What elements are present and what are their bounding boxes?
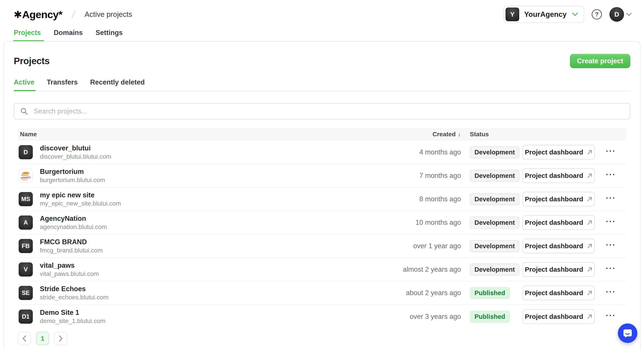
- subtab-transfers[interactable]: Transfers: [47, 78, 78, 91]
- row-actions-menu-button[interactable]: ⋯: [595, 289, 626, 297]
- project-name-cell: V HUGO &FRANC'S BURGERTORIUM vital_paws …: [18, 262, 394, 277]
- app-logo: ✱Agency*: [14, 8, 62, 20]
- svg-text:&FRANC'S: &FRANC'S: [20, 176, 30, 179]
- dashboard-button-label: Project dashboard: [525, 313, 583, 320]
- avatar-initials: D: [24, 149, 28, 156]
- subtab-active[interactable]: Active: [14, 78, 34, 91]
- chevron-down-icon: [572, 13, 578, 16]
- tab-settings[interactable]: Settings: [96, 29, 122, 42]
- external-link-arrow-icon: [587, 173, 592, 178]
- project-name[interactable]: my epic new site: [40, 191, 121, 199]
- project-name[interactable]: FMCG BRAND: [40, 238, 102, 246]
- dashboard-button-label: Project dashboard: [525, 195, 583, 203]
- avatar-initials: A: [24, 219, 28, 226]
- chat-smile-icon: [622, 328, 633, 338]
- sort-desc-icon: ↓: [458, 131, 461, 138]
- row-actions-menu-button[interactable]: ⋯: [595, 172, 626, 179]
- project-dashboard-button[interactable]: Project dashboard: [522, 239, 595, 253]
- project-name[interactable]: vital_paws: [40, 262, 99, 269]
- project-dashboard-button[interactable]: Project dashboard: [522, 192, 595, 206]
- next-page-button[interactable]: [54, 332, 67, 345]
- row-actions-menu-button[interactable]: ⋯: [595, 266, 626, 273]
- project-domain: fmcg_brand.blutui.com: [40, 247, 102, 254]
- agency-switcher[interactable]: Y YourAgency: [504, 6, 584, 23]
- project-dashboard-button[interactable]: Project dashboard: [522, 168, 595, 183]
- svg-text:BURGERTORIUM: BURGERTORIUM: [22, 179, 28, 180]
- external-link-arrow-icon: [587, 196, 592, 202]
- primary-nav: Projects Domains Settings: [0, 23, 644, 42]
- pagination: 1: [18, 332, 630, 345]
- projects-card: Projects Create project Active Transfers…: [4, 41, 640, 350]
- project-name[interactable]: Demo Site 1: [40, 309, 106, 317]
- status-badge: Development: [470, 170, 520, 182]
- project-name-cell: D1 HUGO &FRANC'S BURGERTORIUM Demo Site …: [18, 309, 394, 325]
- status-badge: Published: [470, 311, 510, 323]
- intercom-chat-button[interactable]: [618, 324, 637, 343]
- project-name[interactable]: Burgertorium: [40, 168, 105, 176]
- table-row: FB HUGO &FRANC'S BURGERTORIUM FMCG BRAND…: [18, 234, 626, 258]
- project-dashboard-button[interactable]: Project dashboard: [522, 145, 595, 160]
- created-cell: over 3 years ago: [394, 313, 470, 321]
- column-created[interactable]: Created ↓: [394, 131, 470, 138]
- row-actions-menu-button[interactable]: ⋯: [595, 149, 626, 156]
- user-avatar: D: [610, 7, 624, 22]
- row-actions-menu-button[interactable]: ⋯: [595, 219, 626, 226]
- column-name[interactable]: Name: [18, 131, 394, 138]
- row-actions-menu-button[interactable]: ⋯: [595, 242, 626, 250]
- search-input[interactable]: [14, 103, 630, 120]
- project-domain: burgertorium.blutui.com: [40, 176, 105, 184]
- avatar-initials: D1: [22, 313, 30, 320]
- breadcrumb-separator: /: [71, 8, 76, 20]
- project-dashboard-button[interactable]: Project dashboard: [522, 215, 595, 230]
- column-status[interactable]: Status: [470, 131, 522, 138]
- avatar-initials: MS: [21, 196, 30, 203]
- dashboard-button-label: Project dashboard: [525, 289, 583, 297]
- project-name[interactable]: Stride Echoes: [40, 285, 108, 293]
- table-row: MS HUGO &FRANC'S BURGERTORIUM my epic ne…: [18, 188, 626, 211]
- tab-projects[interactable]: Projects: [14, 29, 41, 42]
- project-dashboard-button[interactable]: Project dashboard: [522, 262, 595, 277]
- help-button[interactable]: ?: [592, 9, 602, 19]
- prev-page-button[interactable]: [18, 332, 31, 345]
- table-row: V HUGO &FRANC'S BURGERTORIUM vital_paws …: [18, 258, 626, 281]
- status-badge: Development: [470, 146, 520, 159]
- table-row: D HUGO &FRANC'S BURGERTORIUM discover_bl…: [18, 141, 626, 164]
- row-actions-menu-button[interactable]: ⋯: [595, 195, 626, 203]
- project-name[interactable]: discover_blutui: [40, 144, 111, 152]
- project-name-cell: D HUGO &FRANC'S BURGERTORIUM discover_bl…: [18, 144, 394, 160]
- page-number-button[interactable]: 1: [36, 332, 49, 345]
- project-avatar: SE HUGO &FRANC'S BURGERTORIUM: [18, 286, 33, 300]
- external-link-arrow-icon: [587, 314, 592, 320]
- tab-domains[interactable]: Domains: [54, 29, 83, 42]
- created-cell: 8 months ago: [394, 195, 470, 203]
- external-link-arrow-icon: [587, 267, 592, 272]
- table-row: SE HUGO &FRANC'S BURGERTORIUM Stride Ech…: [18, 281, 626, 305]
- external-link-arrow-icon: [587, 243, 592, 249]
- dashboard-button-label: Project dashboard: [525, 266, 583, 273]
- subtab-recently-deleted[interactable]: Recently deleted: [90, 78, 145, 91]
- project-name[interactable]: AgencyNation: [40, 215, 107, 223]
- table-row: A HUGO &FRANC'S BURGERTORIUM AgencyNatio…: [18, 211, 626, 234]
- row-actions-menu-button[interactable]: ⋯: [595, 313, 626, 320]
- status-badge: Development: [470, 263, 520, 276]
- project-dashboard-button[interactable]: Project dashboard: [522, 309, 595, 324]
- agency-name: YourAgency: [524, 10, 567, 18]
- project-domain: agencynation.blutui.com: [40, 223, 107, 230]
- avatar-initials: V: [24, 266, 28, 273]
- table-body: D HUGO &FRANC'S BURGERTORIUM discover_bl…: [18, 141, 626, 328]
- project-dashboard-button[interactable]: Project dashboard: [522, 286, 595, 300]
- created-cell: 10 months ago: [394, 219, 470, 226]
- create-project-button[interactable]: Create project: [570, 54, 630, 68]
- status-badge: Development: [470, 193, 520, 205]
- project-avatar: A HUGO &FRANC'S BURGERTORIUM: [18, 215, 33, 230]
- project-name-cell: A HUGO &FRANC'S BURGERTORIUM AgencyNatio…: [18, 215, 394, 230]
- project-name-cell: SE HUGO &FRANC'S BURGERTORIUM Stride Ech…: [18, 285, 394, 301]
- user-menu[interactable]: D: [610, 7, 632, 22]
- question-mark-icon: ?: [595, 11, 599, 18]
- project-avatar: D1 HUGO &FRANC'S BURGERTORIUM: [18, 310, 33, 324]
- created-cell: over 1 year ago: [394, 242, 470, 250]
- project-avatar: HUGO &FRANC'S BURGERTORIUM: [18, 169, 33, 183]
- created-cell: almost 2 years ago: [394, 265, 470, 273]
- created-cell: about 2 years ago: [394, 289, 470, 297]
- project-domain: my_epic_new_site.blutui.com: [40, 200, 121, 207]
